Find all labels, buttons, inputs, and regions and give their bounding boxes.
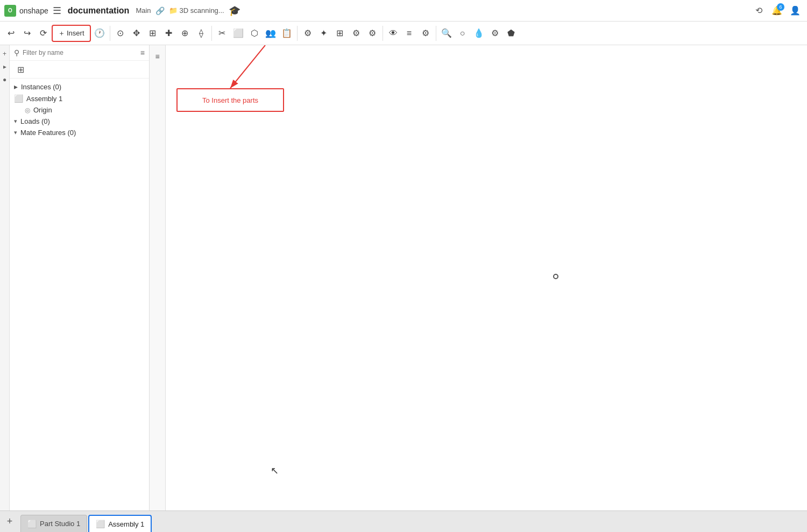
doc-title: documentation [68,6,130,16]
logo-label: onshape [19,6,48,15]
tb-select[interactable]: ⬜ [231,25,246,42]
tb-cut[interactable]: ✂ [215,25,230,42]
canvas-area[interactable]: ≡ To Insert the parts ↖ [150,45,807,510]
tb-gear3[interactable]: ⚙ [365,25,380,42]
insert-label: Insert [67,29,84,37]
tb-star[interactable]: ✦ [316,25,331,42]
bottom-tabs: + ⬜ Part Studio 1 ⬜ Assembly 1 [0,510,807,532]
toolbar: ↩ ↪ ⟳ ＋ Insert 🕐 ⊙ ✥ ⊞ ✚ ⊕ ⟠ ✂ ⬜ ⬡ 👥 📋 ⚙… [0,22,807,45]
link-icon: 🔗 [155,6,165,15]
clock-btn[interactable]: 🕐 [92,25,107,42]
strip-icon-plus[interactable]: + [1,49,9,58]
tb-hex[interactable]: ⬡ [247,25,262,42]
insert-icon: ＋ [58,29,65,38]
instances-item[interactable]: ▸ Instances (0) [10,81,149,93]
loads-label: Loads (0) [20,117,50,125]
assembly1-item[interactable]: ⬜ Assembly 1 [10,93,149,104]
separator5 [436,26,436,41]
tb-circle[interactable]: ⊕ [178,25,193,42]
add-instance-btn[interactable]: ⊞ [14,63,27,76]
loads-item[interactable]: ▾ Loads (0) [10,116,149,127]
origin-item[interactable]: ◎ Origin [10,104,149,116]
separator4 [383,26,383,41]
mate-expand: ▾ [14,129,17,136]
tab-assembly1[interactable]: ⬜ Assembly 1 [88,515,152,532]
notification-btn[interactable]: 🔔 6 [769,3,784,18]
insert-btn[interactable]: ＋ Insert [52,25,91,42]
loads-expand: ▾ [14,118,17,125]
strip-icon-dot[interactable]: ● [1,75,9,84]
origin-icon: ◎ [25,107,30,114]
tb-drop[interactable]: 💧 [471,25,486,42]
topbar: O onshape ☰ documentation Main 🔗 📁 3D sc… [0,0,807,22]
separator3 [297,26,298,41]
origin-label: Origin [33,106,52,114]
tb-gear4[interactable]: ⚙ [418,25,433,42]
strip-icon-filter[interactable]: ▸ [1,62,9,71]
left-strip: + ▸ ● [0,45,10,510]
undo-btn[interactable]: ↩ [3,25,18,42]
redo-icon: ↪ [24,28,31,38]
main: + ▸ ● ⚲ ≡ ⊞ ▸ Instances (0) ⬜ Assembly 1 [0,45,807,510]
undo-icon: ↩ [8,28,15,38]
annotation-box: To Insert the parts [176,88,284,112]
tb-circle2[interactable]: ○ [455,25,470,42]
tb-rotate[interactable]: ✥ [129,25,144,42]
tb-search[interactable]: 🔍 [439,25,454,42]
tb-add[interactable]: ✚ [161,25,176,42]
assembly1-label: Assembly 1 [26,95,62,103]
panel-header: ⚲ ≡ [10,45,149,61]
panel-toolbar: ⊞ [10,61,149,79]
tb-group[interactable]: 👥 [263,25,278,42]
instances-label: Instances (0) [21,83,61,91]
folder-item[interactable]: 📁 3D scanning... [169,6,224,15]
tb-clipboard[interactable]: 📋 [279,25,294,42]
menu-icon[interactable]: ☰ [53,5,61,17]
assembly-tab-icon: ⬜ [96,520,105,528]
part-studio-label: Part Studio 1 [40,520,80,528]
tab-add-btn[interactable]: + [2,514,17,529]
instances-icon: ▸ [14,82,18,91]
cursor: ↖ [271,465,279,477]
tb-gear1[interactable]: ⚙ [300,25,315,42]
tb-diamond[interactable]: ⬟ [504,25,519,42]
history-btn[interactable]: ⟲ [751,3,766,18]
tb-list[interactable]: ≡ [402,25,417,42]
top-actions: ⟲ 🔔 6 👤 [751,3,803,18]
branch-label[interactable]: Main [136,6,151,15]
tb-sphere[interactable]: ⊙ [113,25,128,42]
notification-badge: 6 [777,3,784,11]
refresh-icon: ⟳ [40,28,47,38]
mate-features-label: Mate Features (0) [20,129,76,137]
onshape-icon: O [4,5,16,17]
tb-transform[interactable]: ⊞ [145,25,160,42]
separator2 [211,26,212,41]
feature-tree: ▸ Instances (0) ⬜ Assembly 1 ◎ Origin ▾ … [10,79,149,510]
tab-part-studio[interactable]: ⬜ Part Studio 1 [20,515,87,532]
search-input[interactable] [23,49,137,56]
tb-move[interactable]: ⟠ [194,25,209,42]
grad-icon: 🎓 [229,5,240,17]
tb-grid[interactable]: ⊞ [332,25,348,42]
part-studio-icon: ⬜ [27,520,37,528]
feature-panel: ⚲ ≡ ⊞ ▸ Instances (0) ⬜ Assembly 1 ◎ Ori… [10,45,150,510]
annotation-text: To Insert the parts [202,96,258,104]
origin-dot [553,274,558,279]
canvas-side-toolbar: ≡ [150,45,166,510]
refresh-btn[interactable]: ⟳ [36,25,51,42]
tb-gear5[interactable]: ⚙ [487,25,502,42]
assembly-icon: ⬜ [14,94,23,103]
tb-gear2[interactable]: ⚙ [349,25,364,42]
list-icon[interactable]: ≡ [140,48,145,57]
folder-icon: 📁 [169,6,178,15]
side-list-btn[interactable]: ≡ [151,49,165,63]
redo-btn[interactable]: ↪ [19,25,34,42]
assembly-tab-label: Assembly 1 [108,520,144,528]
separator1 [110,26,110,41]
mate-features-item[interactable]: ▾ Mate Features (0) [10,127,149,138]
logo[interactable]: O onshape [4,5,48,17]
tb-eye[interactable]: 👁 [386,25,401,42]
arrow-overlay [150,45,807,510]
account-btn[interactable]: 👤 [788,3,803,18]
filter-icon: ⚲ [14,48,19,57]
